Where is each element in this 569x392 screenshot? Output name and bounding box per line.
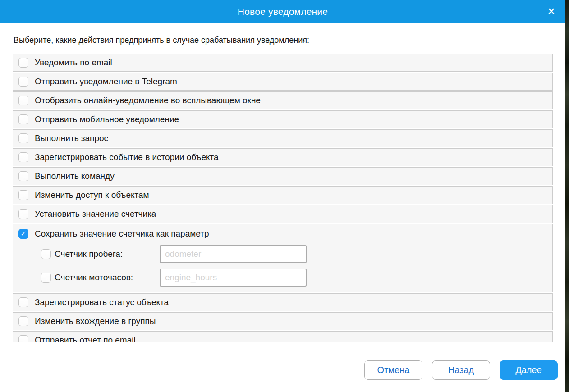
checkbox-unchecked[interactable]: [18, 152, 28, 162]
checkbox-unchecked[interactable]: [18, 316, 28, 326]
checkbox-unchecked[interactable]: [18, 96, 28, 105]
checkbox-unchecked[interactable]: [18, 209, 28, 219]
action-label: Изменить вхождение в группы: [35, 316, 156, 326]
engine-hours-label: Счетчик моточасов:: [55, 273, 160, 283]
action-list: Уведомить по email Отправить уведомление…: [13, 54, 553, 342]
action-label: Изменить доступ к объектам: [35, 190, 149, 200]
action-row-execute-command[interactable]: Выполнить команду: [13, 167, 553, 185]
action-row-notify-email[interactable]: Уведомить по email: [13, 54, 553, 72]
next-button[interactable]: Далее: [500, 360, 558, 380]
back-button[interactable]: Назад: [432, 360, 490, 380]
action-label: Выполнить запрос: [35, 133, 108, 143]
background-app-edge: [565, 0, 569, 392]
cancel-button[interactable]: Отмена: [364, 360, 422, 380]
checkbox-unchecked[interactable]: [18, 77, 28, 87]
checkbox-checked[interactable]: ✓: [18, 229, 28, 239]
action-row-telegram[interactable]: Отправить уведомление в Telegram: [13, 73, 553, 91]
checkbox-unchecked[interactable]: [41, 273, 51, 283]
action-label: Зарегистрировать событие в истории объек…: [35, 152, 219, 162]
action-label: Отобразить онлайн-уведомление во всплыва…: [35, 96, 261, 105]
checkbox-unchecked[interactable]: [18, 114, 28, 124]
checkbox-unchecked[interactable]: [18, 190, 28, 200]
action-label: Отправить уведомление в Telegram: [35, 77, 177, 87]
action-row-change-access[interactable]: Изменить доступ к объектам: [13, 186, 553, 204]
action-label: Уведомить по email: [35, 58, 112, 68]
odometer-input[interactable]: [160, 245, 307, 263]
checkbox-unchecked[interactable]: [18, 133, 28, 143]
checkbox-unchecked[interactable]: [18, 58, 28, 68]
action-label: Отправить мобильное уведомление: [35, 114, 179, 124]
action-label: Выполнить команду: [35, 171, 115, 181]
instruction-text: Выберите, какие действия предпринять в с…: [14, 36, 309, 45]
action-label: Зарегистрировать статус объекта: [35, 297, 169, 307]
checkbox-unchecked[interactable]: [18, 335, 28, 342]
action-row-register-event[interactable]: Зарегистрировать событие в истории объек…: [13, 148, 553, 166]
dialog-titlebar: Новое уведомление ✕: [0, 0, 565, 23]
checkbox-unchecked[interactable]: [18, 297, 28, 307]
action-row-mobile-notification[interactable]: Отправить мобильное уведомление: [13, 110, 553, 128]
engine-hours-input[interactable]: [160, 269, 307, 287]
action-row-send-report-email[interactable]: Отправить отчет по email: [13, 331, 553, 342]
close-icon[interactable]: ✕: [547, 7, 555, 17]
odometer-label: Счетчик пробега:: [55, 249, 160, 259]
footer-buttons: Отмена Назад Далее: [364, 360, 558, 380]
action-label: Сохранить значение счетчика как параметр: [35, 229, 209, 239]
action-row-change-groups[interactable]: Изменить вхождение в группы: [13, 312, 553, 330]
action-row-store-counter-param[interactable]: ✓ Сохранить значение счетчика как параме…: [13, 224, 553, 292]
dialog-title: Новое уведомление: [238, 6, 328, 17]
odometer-sub-row: Счетчик пробега:: [41, 245, 552, 263]
check-icon: ✓: [20, 230, 26, 237]
action-label: Отправить отчет по email: [35, 335, 136, 342]
action-row-execute-request[interactable]: Выполнить запрос: [13, 129, 553, 147]
action-row-set-counter[interactable]: Установить значение счетчика: [13, 205, 553, 223]
action-row-online-popup[interactable]: Отобразить онлайн-уведомление во всплыва…: [13, 91, 553, 109]
action-label: Установить значение счетчика: [35, 209, 156, 219]
store-counter-main-line[interactable]: ✓ Сохранить значение счетчика как параме…: [13, 224, 552, 243]
checkbox-unchecked[interactable]: [41, 249, 51, 259]
checkbox-unchecked[interactable]: [18, 171, 28, 181]
action-row-register-status[interactable]: Зарегистрировать статус объекта: [13, 293, 553, 311]
engine-hours-sub-row: Счетчик моточасов:: [41, 269, 552, 287]
